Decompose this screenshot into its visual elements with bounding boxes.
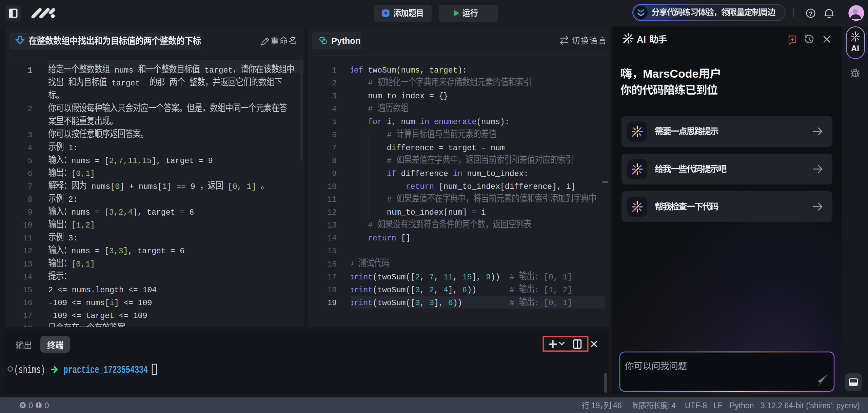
svg-text:-109 <= target <= 109: -109 <= target <= 109 [48, 312, 147, 320]
svg-text:target: target [112, 79, 140, 88]
svg-text:#: # [387, 195, 396, 204]
svg-text:13: 13 [327, 221, 337, 230]
svg-text:46: 46 [611, 401, 622, 410]
svg-text:num_to_index:: num_to_index: [462, 170, 529, 178]
svg-text:4: 4 [28, 144, 33, 153]
svg-text:twoSum: twoSum [368, 66, 396, 75]
svg-text:[num_to_index[difference], i]: [num_to_index[difference], i] [434, 182, 575, 191]
svg-text:2 <= nums.length <= 104: 2 <= nums.length <= 104 [48, 286, 157, 295]
svg-text:11: 11 [23, 234, 33, 243]
svg-text:1: 1 [247, 182, 252, 191]
svg-text:0: 0 [44, 401, 49, 410]
svg-text:for: for [368, 118, 382, 126]
svg-text:AI: AI [637, 35, 646, 45]
svg-text:: [0, 1]: : [0, 1] [534, 299, 572, 308]
svg-text:5: 5 [332, 118, 337, 126]
svg-text:(nums):: (nums): [476, 118, 509, 126]
svg-text:0: 0 [115, 182, 120, 191]
svg-text:0: 0 [28, 401, 33, 410]
svg-text:1: 1 [162, 182, 167, 191]
svg-text:17: 17 [327, 273, 337, 282]
svg-text:]: ] [90, 260, 95, 269]
svg-text:)): )) [491, 273, 500, 282]
svg-text:(twoSum([: (twoSum([ [373, 299, 415, 308]
svg-text:17: 17 [23, 312, 33, 320]
svg-text:] == 9: ] == 9 [167, 182, 200, 191]
svg-text:3,3: 3,3 [109, 247, 123, 256]
svg-text:19: 19 [589, 401, 600, 410]
svg-text:3: 3 [415, 299, 420, 308]
svg-text:3: 3 [415, 286, 420, 295]
svg-text:8: 8 [332, 157, 337, 165]
svg-text:16: 16 [327, 260, 337, 269]
svg-text:],: ], [448, 286, 462, 295]
svg-text:11: 11 [327, 195, 337, 204]
svg-text:0: 0 [233, 182, 237, 191]
svg-text:target: target [204, 66, 233, 75]
svg-text:2: 2 [415, 273, 420, 282]
svg-text:9: 9 [486, 273, 491, 282]
svg-text:1: 1 [28, 66, 33, 75]
svg-text:,: , [420, 299, 429, 308]
svg-text:target: target [429, 66, 458, 75]
svg-text:4: 4 [443, 286, 448, 295]
svg-text:#: # [387, 157, 396, 165]
svg-text:AI: AI [851, 44, 859, 53]
svg-text:i, num: i, num [382, 118, 420, 126]
svg-text:nums = [: nums = [ [71, 157, 109, 165]
svg-text:(twoSum([: (twoSum([ [373, 286, 415, 295]
svg-text:], target = 6: ], target = 6 [133, 208, 194, 217]
svg-text:#: # [510, 273, 519, 282]
svg-text:], target = 6: ], target = 6 [123, 247, 184, 256]
svg-text:[: [ [71, 170, 76, 178]
svg-text:)): )) [453, 299, 462, 308]
svg-text:,: , [420, 286, 429, 295]
svg-text:3,2,4: 3,2,4 [109, 208, 133, 217]
svg-text:(twoSum([: (twoSum([ [373, 273, 415, 282]
svg-text:14: 14 [327, 234, 337, 243]
svg-text:#: # [368, 105, 377, 114]
svg-text:,: , [434, 273, 443, 282]
svg-text:] + nums[: ] + nums[ [120, 182, 162, 191]
svg-text:Python: Python [730, 401, 754, 410]
svg-text:3.12.2 64-bit ('shims': pyenv): 3.12.2 64-bit ('shims': pyenv) [761, 401, 860, 410]
svg-text:print: print [349, 286, 373, 295]
svg-text:1:: 1: [68, 144, 78, 153]
svg-text:Python: Python [331, 36, 360, 45]
svg-text:7: 7 [429, 273, 434, 282]
svg-text:6: 6 [332, 131, 337, 140]
svg-text:#: # [368, 221, 377, 230]
svg-text:i: i [110, 299, 114, 308]
svg-text:9: 9 [28, 208, 33, 217]
svg-text:13: 13 [23, 260, 33, 269]
svg-text:11: 11 [443, 273, 453, 282]
svg-text:nums = [: nums = [ [71, 208, 109, 217]
svg-text:2: 2 [28, 105, 33, 114]
svg-text:],: ], [472, 273, 486, 282]
svg-text:12: 12 [327, 208, 337, 217]
svg-text:3: 3 [28, 131, 33, 140]
svg-text:print: print [349, 273, 373, 282]
svg-text:in: in [453, 170, 462, 178]
svg-text:]: ] [251, 182, 261, 191]
svg-text:,: , [420, 273, 429, 282]
svg-text:[: [ [228, 182, 233, 191]
svg-text:?: ? [809, 10, 813, 17]
svg-text:2: 2 [429, 286, 434, 295]
svg-text:2:: 2: [68, 195, 78, 204]
svg-text:(shims): (shims) [14, 364, 45, 376]
svg-text:5: 5 [28, 157, 33, 165]
svg-text:0,1: 0,1 [76, 260, 90, 269]
svg-text:num_to_index[num] = i: num_to_index[num] = i [349, 208, 486, 217]
svg-text:nums: nums [401, 66, 420, 75]
svg-text:19: 19 [327, 299, 337, 308]
svg-text:1: 1 [332, 66, 337, 75]
svg-text:16: 16 [23, 299, 33, 308]
svg-text:num_to_index = {}: num_to_index = {} [349, 92, 448, 101]
svg-text:UTF-8: UTF-8 [685, 401, 707, 410]
svg-text:]: ] [90, 170, 95, 178]
svg-text:,: , [453, 273, 462, 282]
svg-text:LF: LF [713, 401, 723, 410]
svg-text:10: 10 [327, 182, 337, 191]
svg-text:,: , [420, 66, 429, 75]
